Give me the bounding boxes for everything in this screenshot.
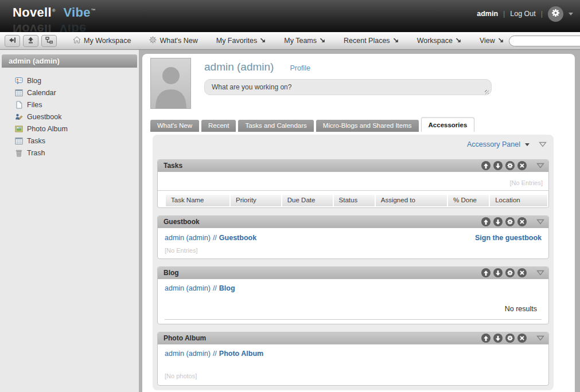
close-panel-button[interactable] [517,334,527,343]
collapse-panel-triangle-icon[interactable] [536,163,544,168]
collapse-panel-triangle-icon[interactable] [536,219,544,225]
divider [158,190,548,191]
logout-link[interactable]: Log Out [510,10,535,18]
sign-guestbook-link[interactable]: Sign the guestbook [475,234,542,242]
panel-title: Tasks [164,162,481,170]
page-title: admin (admin) [204,61,274,73]
dropdown-arrow-icon [393,37,399,45]
accessory-panel-menu-link[interactable]: Accessory Panel [467,140,520,148]
panel-header-blog: Blog [158,267,548,279]
move-up-button[interactable] [481,334,491,343]
up-arrow-icon [27,37,34,45]
move-down-button[interactable] [493,334,503,343]
nav-workspace-label: Workspace [417,37,453,45]
panel-settings-button[interactable] [505,217,515,226]
sidebar-item-photo-album[interactable]: Photo Album [15,123,139,135]
nav-recent-places-label: Recent Places [344,37,390,45]
move-up-button[interactable] [481,268,491,277]
resize-grip[interactable] [485,90,489,94]
close-panel-button[interactable] [517,161,527,170]
sidebar-item-files[interactable]: Files [15,99,139,111]
tab-recent[interactable]: Recent [201,120,236,132]
app-header: Novell® Vibe™ Novell Vibe admin | Log Ou… [0,0,580,32]
dropdown-arrow-icon [498,37,504,45]
nav-my-workspace-label: My Workspace [84,37,131,45]
sidebar-item-calendar[interactable]: Calendar [15,87,139,99]
collapse-panel-triangle-icon[interactable] [536,270,544,276]
page-body: admin (admin) Blog Calendar Files [0,50,580,392]
move-down-button[interactable] [493,161,503,170]
sidebar-item-blog[interactable]: Blog [15,75,139,87]
go-up-level-button[interactable] [23,35,38,47]
calendar-icon [15,89,23,97]
panel-body-photo-album: admin (admin)//Photo Album [No photos] [158,344,548,385]
sidebar-item-tasks[interactable]: Tasks [15,135,139,147]
nav-my-workspace[interactable]: My Workspace [68,33,136,49]
nav-workspace-menu[interactable]: Workspace [412,33,466,49]
divider [165,319,542,320]
move-down-button[interactable] [493,268,503,277]
nav-recent-places[interactable]: Recent Places [338,33,404,49]
tab-accessories[interactable]: Accessories [421,117,475,132]
sidebar-item-label: Tasks [27,137,45,145]
novell-vibe-logo: Novell® Vibe™ [13,5,96,20]
hide-sidebar-button[interactable] [5,35,20,47]
sidebar-item-trash[interactable]: Trash [15,147,139,159]
brand-vibe: Vibe [63,5,90,19]
profile-link[interactable]: Profile [290,64,310,72]
panel-body-tasks: [No Entries] Task Name Priority Due Date… [158,172,548,206]
nav-view-menu[interactable]: View [474,33,509,49]
panel-body-guestbook: admin (admin)//Guestbook Sign the guestb… [158,228,548,258]
sidebar-item-guestbook[interactable]: Guestbook [15,111,139,123]
nav-my-teams-label: My Teams [284,37,317,45]
breadcrumb-folder-link[interactable]: Photo Album [219,350,263,358]
logged-in-username: admin [477,10,498,18]
settings-dropdown-caret-icon[interactable] [569,13,573,15]
sidebar-item-label: Guestbook [27,113,61,121]
move-up-button[interactable] [481,161,491,170]
nav-whats-new[interactable]: What's New [144,33,203,49]
panel-settings-button[interactable] [505,161,515,170]
nav-my-favorites[interactable]: My Favorites [211,33,271,49]
search-input[interactable] [509,36,580,46]
status-box [204,79,492,97]
tab-micro-blogs[interactable]: Micro-Blogs and Shared Items [316,120,419,132]
sidebar-workspace-title: admin (admin) [2,54,137,68]
breadcrumb-workspace-link[interactable]: admin (admin) [165,284,211,292]
dropdown-arrow-icon [456,37,461,45]
brand-reflection: Novell Vibe [13,21,87,32]
breadcrumb-folder-link[interactable]: Blog [219,284,235,292]
breadcrumb-workspace-link[interactable]: admin (admin) [165,350,211,358]
close-panel-button[interactable] [517,268,527,277]
sidebar-item-label: Trash [27,149,45,157]
tasks-table-header: Task Name Priority Due Date Status Assig… [166,195,547,206]
panel-title: Blog [164,269,481,277]
panel-settings-button[interactable] [505,268,515,277]
collapse-panel-triangle-icon[interactable] [536,335,544,341]
workspace-tree-button[interactable] [41,35,57,47]
profile-header: admin (admin) Profile [142,58,575,109]
breadcrumb: admin (admin)//Photo Album [165,350,263,358]
nav-my-teams[interactable]: My Teams [279,33,330,49]
panel-settings-button[interactable] [505,334,515,343]
accessory-panel-caret-icon[interactable] [525,143,530,146]
tab-tasks-and-calendars[interactable]: Tasks and Calendars [238,120,313,132]
status-input[interactable] [204,79,492,95]
breadcrumb-folder-link[interactable]: Guestbook [219,234,256,242]
move-up-button[interactable] [481,217,491,226]
avatar [150,58,191,109]
brand-novell: Novell [13,5,52,19]
collapse-all-triangle-icon[interactable] [539,142,547,147]
panel-header-photo-album: Photo Album [158,332,548,344]
move-down-button[interactable] [493,217,503,226]
settings-button[interactable] [548,6,563,22]
breadcrumb-workspace-link[interactable]: admin (admin) [165,234,211,242]
tab-whats-new[interactable]: What's New [150,120,199,132]
column-location: Location [490,195,547,206]
guestbook-icon [15,113,23,121]
collapse-left-icon [9,37,16,45]
file-icon [15,101,23,109]
panel-buttons [481,334,544,343]
nav-whats-new-label: What's New [159,37,197,45]
close-panel-button[interactable] [517,217,527,226]
